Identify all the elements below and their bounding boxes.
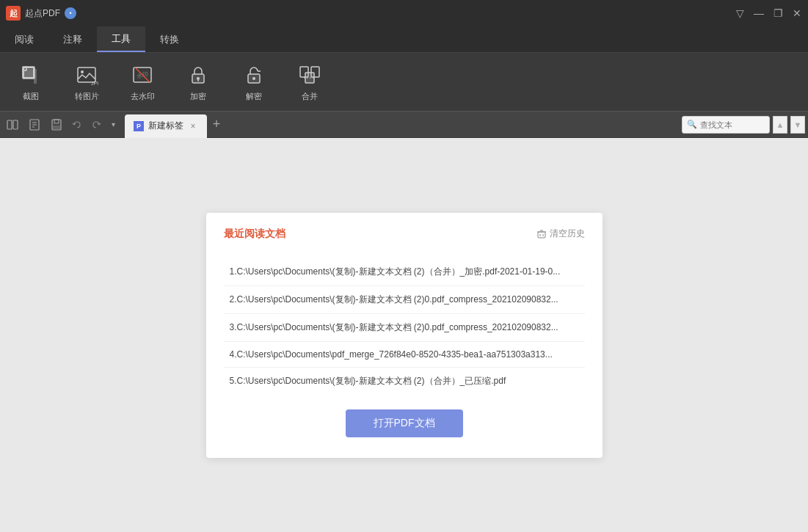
menu-read[interactable]: 阅读 xyxy=(0,26,48,52)
menu-annotate[interactable]: 注释 xyxy=(48,26,97,52)
recent-list: 1.C:\Users\pc\Documents\(复制)-新建文本文档 (2)（… xyxy=(224,258,585,395)
tab-new[interactable]: P 新建标签 × xyxy=(125,114,207,138)
tab-bar: ▾ P 新建标签 × + 🔍 ▲ ▼ xyxy=(0,112,808,138)
tool-crop[interactable]: 截图 xyxy=(12,57,50,106)
recent-item[interactable]: 3.C:\Users\pc\Documents\(复制)-新建文本文档 (2)0… xyxy=(224,314,585,342)
app-version-badge: • xyxy=(65,7,76,19)
watermark-icon: 水印 xyxy=(129,62,156,88)
sidebar-panels-icon[interactable] xyxy=(3,115,22,134)
decrypt-label: 解密 xyxy=(246,91,262,102)
encrypt-label: 加密 xyxy=(190,91,206,102)
close-button[interactable]: ✕ xyxy=(792,8,802,18)
tab-bar-left-controls: ▾ xyxy=(3,115,119,134)
sidebar-save-icon[interactable] xyxy=(47,115,66,134)
recent-panel: 最近阅读文档 清空历史 1.C:\Users\pc\Documents\(复制)… xyxy=(206,213,603,458)
tool-to-image[interactable]: JPG 转图片 xyxy=(68,57,106,106)
next-result-button[interactable]: ▼ xyxy=(790,116,805,134)
svg-rect-6 xyxy=(23,67,34,79)
tool-encrypt[interactable]: 加密 xyxy=(179,57,217,106)
prev-result-button[interactable]: ▲ xyxy=(773,116,787,134)
svg-point-14 xyxy=(197,77,200,80)
tab-label: 新建标签 xyxy=(148,120,183,132)
main-content: 最近阅读文档 清空历史 1.C:\Users\pc\Documents\(复制)… xyxy=(0,138,808,532)
remove-watermark-label: 去水印 xyxy=(131,91,155,102)
tab-close-button[interactable]: × xyxy=(188,121,198,131)
svg-point-17 xyxy=(252,77,255,80)
svg-rect-30 xyxy=(54,120,59,123)
crop-icon xyxy=(18,62,44,88)
svg-point-8 xyxy=(81,70,84,73)
image-icon: JPG xyxy=(73,62,100,88)
toolbar: 截图 JPG 转图片 水印 去水印 xyxy=(0,53,808,112)
settings-icon[interactable]: ▽ xyxy=(735,8,745,18)
undo-button[interactable] xyxy=(69,117,85,133)
history-dropdown-icon[interactable]: ▾ xyxy=(107,117,119,133)
open-pdf-button[interactable]: 打开PDF文档 xyxy=(346,409,463,437)
title-bar: 起 起点PDF • ▽ — ❐ ✕ xyxy=(0,0,808,26)
lock-icon xyxy=(185,62,211,88)
recent-item[interactable]: 1.C:\Users\pc\Documents\(复制)-新建文本文档 (2)（… xyxy=(224,258,585,286)
title-bar-left: 起 起点PDF • xyxy=(6,6,76,21)
menu-bar: 阅读 注释 工具 转换 xyxy=(0,26,808,53)
merge-label: 合并 xyxy=(302,91,318,102)
svg-rect-7 xyxy=(78,68,95,82)
restore-button[interactable]: ❐ xyxy=(773,8,783,18)
search-input[interactable] xyxy=(700,120,759,129)
sidebar-bookmark-icon[interactable] xyxy=(25,115,44,134)
redo-button[interactable] xyxy=(88,117,104,133)
svg-rect-32 xyxy=(538,232,545,238)
svg-rect-31 xyxy=(53,125,60,129)
unlock-icon xyxy=(241,62,267,88)
recent-item[interactable]: 2.C:\Users\pc\Documents\(复制)-新建文本文档 (2)0… xyxy=(224,286,585,314)
app-title: 起点PDF xyxy=(25,7,60,20)
menu-convert[interactable]: 转换 xyxy=(145,26,194,52)
tool-decrypt[interactable]: 解密 xyxy=(235,57,273,106)
to-image-label: 转图片 xyxy=(75,91,99,102)
svg-text:JPG: JPG xyxy=(91,81,98,86)
crop-label: 截图 xyxy=(23,91,39,102)
tool-merge[interactable]: 合并 xyxy=(291,57,329,106)
recent-header: 最近阅读文档 清空历史 xyxy=(224,227,585,247)
app-logo: 起 xyxy=(6,6,21,21)
svg-rect-23 xyxy=(7,120,12,129)
merge-icon xyxy=(296,62,323,88)
clear-history-button[interactable]: 清空历史 xyxy=(536,227,585,240)
tool-remove-watermark[interactable]: 水印 去水印 xyxy=(123,57,161,106)
tab-p-icon: P xyxy=(134,121,144,131)
add-tab-button[interactable]: + xyxy=(207,115,226,134)
search-box[interactable]: 🔍 xyxy=(682,116,770,134)
title-bar-controls: ▽ — ❐ ✕ xyxy=(735,8,802,18)
svg-rect-24 xyxy=(13,120,18,129)
svg-text:起: 起 xyxy=(9,9,18,18)
tab-bar-right-controls: 🔍 ▲ ▼ xyxy=(682,116,805,134)
recent-item[interactable]: 4.C:\Users\pc\Documents\pdf_merge_726f84… xyxy=(224,342,585,368)
menu-tools[interactable]: 工具 xyxy=(97,26,145,52)
recent-item[interactable]: 5.C:\Users\pc\Documents\(复制)-新建文本文档 (2)（… xyxy=(224,368,585,395)
minimize-button[interactable]: — xyxy=(754,8,764,18)
search-icon: 🔍 xyxy=(687,120,697,129)
recent-title: 最近阅读文档 xyxy=(224,227,285,241)
